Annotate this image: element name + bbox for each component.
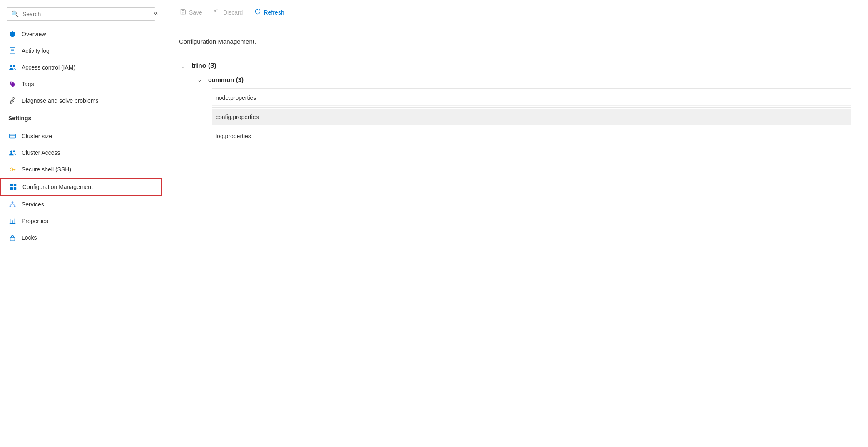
refresh-button[interactable]: Refresh xyxy=(249,6,289,19)
sidebar-item-label: Tags xyxy=(22,81,34,87)
tag-icon xyxy=(8,80,17,88)
svg-rect-18 xyxy=(10,187,13,190)
sidebar-item-activity-log[interactable]: Activity log xyxy=(0,42,162,59)
svg-point-5 xyxy=(10,65,12,67)
lock-icon xyxy=(8,233,17,242)
sidebar-item-locks[interactable]: Locks xyxy=(0,229,162,246)
sidebar-item-label: Configuration Management xyxy=(22,184,93,190)
leaf-log-properties[interactable]: log.properties xyxy=(212,129,851,144)
sidebar-item-label: Services xyxy=(22,201,44,208)
wrench-icon xyxy=(8,97,17,105)
settings-divider xyxy=(8,126,154,126)
sidebar-item-label: Cluster Access xyxy=(22,149,60,156)
search-bar[interactable]: 🔍 xyxy=(7,7,155,21)
svg-point-7 xyxy=(11,82,12,83)
svg-marker-0 xyxy=(10,31,15,37)
sidebar-item-diagnose[interactable]: Diagnose and solve problems xyxy=(0,92,162,109)
svg-point-11 xyxy=(13,150,15,152)
leaf-divider-0 xyxy=(212,88,851,89)
refresh-icon xyxy=(254,8,261,17)
main-content: Save Discard Refresh Configuration Manag… xyxy=(162,0,868,447)
key-icon xyxy=(8,165,17,174)
tree-root-toggle[interactable]: ⌄ trino (3) xyxy=(179,59,851,73)
sidebar-item-label: Cluster size xyxy=(22,133,52,139)
properties-icon xyxy=(8,217,17,225)
sidebar-item-cluster-access[interactable]: Cluster Access xyxy=(0,144,162,161)
sidebar-item-label: Activity log xyxy=(22,47,50,54)
settings-section-label: Settings xyxy=(0,109,162,124)
tree-sub-label: common (3) xyxy=(208,76,244,83)
sidebar-item-label: Diagnose and solve problems xyxy=(22,97,98,104)
sidebar-item-properties[interactable]: Properties xyxy=(0,213,162,229)
svg-point-10 xyxy=(10,151,12,153)
collapse-sidebar-button[interactable]: « xyxy=(154,9,158,17)
tree-sub-parent-toggle[interactable]: ⌄ common (3) xyxy=(196,73,851,87)
svg-point-20 xyxy=(12,201,14,204)
svg-point-6 xyxy=(13,65,15,67)
svg-rect-32 xyxy=(182,9,184,10)
services-icon xyxy=(8,200,17,209)
search-icon: 🔍 xyxy=(11,10,19,18)
leaf-divider-2 xyxy=(212,127,851,127)
tree-leaves: node.properties config.properties log.pr… xyxy=(212,88,851,146)
chevron-down-icon-2: ⌄ xyxy=(197,77,204,83)
leaf-label: log.properties xyxy=(216,133,251,139)
sidebar-scroll: Overview Activity log xyxy=(0,26,162,447)
content-area: Configuration Management. ⌄ trino (3) ⌄ … xyxy=(162,25,868,447)
sidebar-item-config-management[interactable]: Configuration Management xyxy=(0,178,162,196)
leaf-label: config.properties xyxy=(216,114,259,120)
svg-rect-16 xyxy=(10,184,13,186)
sidebar-item-label: Secure shell (SSH) xyxy=(22,166,71,173)
sidebar-item-label: Overview xyxy=(22,31,46,37)
save-button[interactable]: Save xyxy=(175,6,207,19)
svg-rect-30 xyxy=(10,237,15,241)
svg-line-24 xyxy=(12,204,15,206)
discard-label: Discard xyxy=(223,9,243,16)
sidebar-item-access-control[interactable]: Access control (IAM) xyxy=(0,59,162,76)
svg-rect-17 xyxy=(14,184,16,186)
leaf-node-properties[interactable]: node.properties xyxy=(212,90,851,106)
content-divider xyxy=(179,57,851,57)
sidebar-item-services[interactable]: Services xyxy=(0,196,162,213)
sidebar-item-tags[interactable]: Tags xyxy=(0,76,162,92)
hexagon-icon xyxy=(8,30,17,38)
people-icon-2 xyxy=(8,149,17,157)
leaf-divider-3 xyxy=(212,146,851,146)
tree-children: ⌄ common (3) node.properties config.prop… xyxy=(196,73,851,146)
tree-root: ⌄ trino (3) ⌄ common (3) node.properties… xyxy=(179,59,851,146)
resize-icon xyxy=(8,132,17,140)
page-title: Configuration Management. xyxy=(179,38,851,45)
activity-icon xyxy=(8,47,17,55)
svg-rect-8 xyxy=(10,134,15,138)
svg-point-12 xyxy=(10,168,13,171)
save-icon xyxy=(180,8,187,17)
svg-rect-31 xyxy=(182,12,184,14)
sidebar: 🔍 « Overview Activity log xyxy=(0,0,162,447)
toolbar: Save Discard Refresh xyxy=(162,0,868,25)
sidebar-item-label: Access control (IAM) xyxy=(22,64,75,71)
refresh-label: Refresh xyxy=(264,9,284,16)
svg-rect-19 xyxy=(14,187,16,190)
people-icon xyxy=(8,63,17,72)
sidebar-item-label: Locks xyxy=(22,234,37,241)
leaf-config-properties[interactable]: config.properties xyxy=(212,109,851,125)
sidebar-item-overview[interactable]: Overview xyxy=(0,26,162,42)
search-input[interactable] xyxy=(22,11,151,17)
chevron-down-icon: ⌄ xyxy=(181,63,187,69)
config-icon xyxy=(9,183,17,191)
sidebar-item-cluster-size[interactable]: Cluster size xyxy=(0,128,162,144)
discard-button[interactable]: Discard xyxy=(209,6,248,19)
sidebar-item-ssh[interactable]: Secure shell (SSH) xyxy=(0,161,162,178)
leaf-label: node.properties xyxy=(216,94,256,101)
save-label: Save xyxy=(189,9,202,16)
sidebar-item-label: Properties xyxy=(22,218,48,224)
discard-icon xyxy=(214,8,221,17)
tree-root-label: trino (3) xyxy=(192,62,216,70)
leaf-divider-1 xyxy=(212,107,851,108)
svg-line-23 xyxy=(10,204,12,206)
